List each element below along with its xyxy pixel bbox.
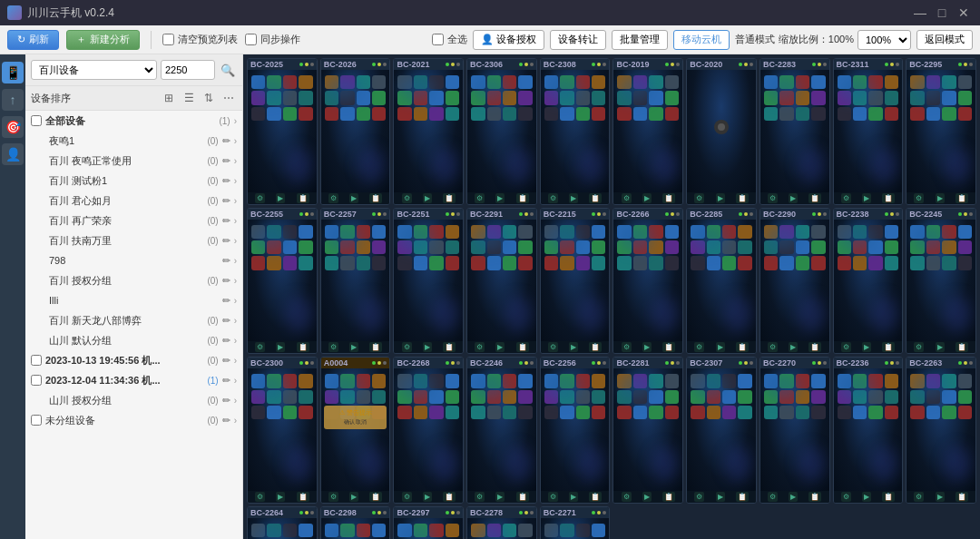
device-cell-BC-2255[interactable]: BC-2255 ⚙ ▶ 📋 xyxy=(247,208,318,355)
device-cell-BC-2026[interactable]: BC-2026 ⚙ ▶ 📋 xyxy=(320,58,391,205)
device-btn-screen[interactable]: 📋 xyxy=(662,193,675,203)
device-btn-screen[interactable]: 📋 xyxy=(882,492,895,502)
device-cell-BC-2021[interactable]: BC-2021 ⚙ ▶ 📋 xyxy=(393,58,464,205)
select-all-checkbox[interactable] xyxy=(432,34,444,45)
device-btn-start[interactable]: ▶ xyxy=(495,193,505,203)
device-cell-BC-2263[interactable]: BC-2263 ⚙ ▶ 📋 xyxy=(906,357,976,504)
tree-item-g8[interactable]: 百川 授权分组 (0) ✏ › xyxy=(25,270,242,290)
device-cell-BC-2270[interactable]: BC-2270 ⚙ ▶ 📋 xyxy=(760,357,830,504)
tree-arrow-g12[interactable]: › xyxy=(234,356,237,366)
device-btn-start[interactable]: ▶ xyxy=(495,342,505,352)
device-btn-screen[interactable]: 📋 xyxy=(443,193,456,203)
tree-arrow-g3[interactable]: › xyxy=(234,176,237,186)
device-cell-BC-2236[interactable]: BC-2236 ⚙ ▶ 📋 xyxy=(833,357,904,504)
device-btn-screen[interactable]: 📋 xyxy=(297,193,309,203)
tree-arrow-g4[interactable]: › xyxy=(234,196,237,206)
device-btn-settings[interactable]: ⚙ xyxy=(402,492,412,502)
sidebar-icon-phone[interactable]: 📱 xyxy=(2,62,24,83)
tree-arrow-g14[interactable]: › xyxy=(234,396,237,406)
sync-op-check[interactable]: 同步操作 xyxy=(245,33,300,46)
device-group-select[interactable]: 百川设备 xyxy=(31,60,157,80)
device-btn-start[interactable]: ▶ xyxy=(789,342,798,352)
tree-edit-g2[interactable]: ✏ xyxy=(222,155,230,167)
device-btn-settings[interactable]: ⚙ xyxy=(841,193,851,203)
tree-edit-g6[interactable]: ✏ xyxy=(222,235,230,247)
tree-arrow-g2[interactable]: › xyxy=(234,156,237,166)
device-cell-BC-2271[interactable]: BC-2271 ⚙ ▶ 📋 xyxy=(540,506,611,539)
device-btn-screen[interactable]: 📋 xyxy=(882,342,895,352)
tree-edit-g15[interactable]: ✏ xyxy=(222,415,230,426)
device-btn-screen[interactable]: 📋 xyxy=(589,492,602,502)
device-search-button[interactable]: 🔍 xyxy=(219,61,237,79)
device-btn-start[interactable]: ▶ xyxy=(423,342,432,352)
device-cell-BC-2266[interactable]: BC-2266 ⚙ ▶ 📋 xyxy=(612,208,683,355)
tree-edit-g3[interactable]: ✏ xyxy=(222,175,230,187)
device-btn-screen[interactable]: 📋 xyxy=(956,193,968,203)
device-cell-BC-2295[interactable]: BC-2295 ⚙ ▶ 📋 xyxy=(906,58,976,205)
device-btn-start[interactable]: ▶ xyxy=(716,342,725,352)
device-btn-settings[interactable]: ⚙ xyxy=(548,492,558,502)
zoom-select[interactable]: 100% 75% 125% xyxy=(858,30,911,50)
tree-edit-g8[interactable]: ✏ xyxy=(222,275,230,287)
device-btn-settings[interactable]: ⚙ xyxy=(328,342,338,352)
tree-item-g12[interactable]: 2023-10-13 19:45:56 机... (0) ✏ › xyxy=(25,350,242,370)
tree-edit-g14[interactable]: ✏ xyxy=(222,395,230,407)
device-btn-start[interactable]: ▶ xyxy=(789,193,798,203)
device-id-input[interactable] xyxy=(161,60,215,80)
device-btn-start[interactable]: ▶ xyxy=(276,193,285,203)
device-btn-screen[interactable]: 📋 xyxy=(516,492,529,502)
device-btn-settings[interactable]: ⚙ xyxy=(694,492,704,502)
device-btn-screen[interactable]: 📋 xyxy=(736,193,749,203)
device-btn-settings[interactable]: ⚙ xyxy=(841,492,851,502)
device-btn-screen[interactable]: 📋 xyxy=(589,193,602,203)
tree-item-g13[interactable]: 2023-12-04 11:34:36 机... (1) ✏ › xyxy=(25,370,242,390)
device-cell-BC-2215[interactable]: BC-2215 ⚙ ▶ 📋 xyxy=(540,208,611,355)
device-cell-BC-2283[interactable]: BC-2283 ⚙ ▶ 📋 xyxy=(760,58,830,205)
device-btn-settings[interactable]: ⚙ xyxy=(255,342,265,352)
list-view-button[interactable]: ☰ xyxy=(181,90,197,106)
device-btn-start[interactable]: ▶ xyxy=(569,193,578,203)
device-btn-start[interactable]: ▶ xyxy=(862,492,871,502)
tree-arrow-g5[interactable]: › xyxy=(234,216,237,226)
device-btn-screen[interactable]: 📋 xyxy=(297,342,309,352)
device-btn-settings[interactable]: ⚙ xyxy=(694,193,704,203)
device-btn-settings[interactable]: ⚙ xyxy=(622,193,632,203)
tree-arrow-all[interactable]: › xyxy=(234,116,237,126)
device-btn-start[interactable]: ▶ xyxy=(349,342,358,352)
tree-edit-g1[interactable]: ✏ xyxy=(222,135,230,147)
tree-arrow-g13[interactable]: › xyxy=(234,376,237,386)
tree-checkbox-g13[interactable] xyxy=(31,375,42,386)
device-cell-BC-2264[interactable]: BC-2264 ⚙ ▶ 📋 xyxy=(247,506,318,539)
device-btn-screen[interactable]: 📋 xyxy=(882,193,895,203)
device-cell-BC-2020[interactable]: BC-2020 ⚙ ▶ 📋 xyxy=(686,58,757,205)
device-cell-BC-2025[interactable]: BC-2025 ⚙ ▶ 📋 xyxy=(247,58,318,205)
device-btn-start[interactable]: ▶ xyxy=(862,193,871,203)
tree-checkbox-g15[interactable] xyxy=(31,415,42,426)
tree-edit-g7[interactable]: ✏ xyxy=(222,255,230,267)
device-btn-settings[interactable]: ⚙ xyxy=(402,193,412,203)
device-btn-settings[interactable]: ⚙ xyxy=(622,492,632,502)
device-btn-screen[interactable]: 📋 xyxy=(516,342,529,352)
device-btn-settings[interactable]: ⚙ xyxy=(841,342,851,352)
tree-item-g2[interactable]: 百川 夜鸣正常使用 (0) ✏ › xyxy=(25,151,242,171)
device-cell-BC-2019[interactable]: BC-2019 ⚙ ▶ 📋 xyxy=(612,58,683,205)
tree-edit-g10[interactable]: ✏ xyxy=(222,315,230,327)
back-mode-button[interactable]: 返回模式 xyxy=(916,30,973,50)
tree-item-g1[interactable]: 夜鸣1 (0) ✏ › xyxy=(25,131,242,151)
tree-arrow-g9[interactable]: › xyxy=(234,296,237,306)
quantity-mgmt-button[interactable]: 批量管理 xyxy=(612,30,668,50)
tree-item-g14[interactable]: 山川 授权分组 (0) ✏ › xyxy=(25,390,242,410)
tree-arrow-g7[interactable]: › xyxy=(234,256,237,266)
tree-item-g9[interactable]: Illi ✏ › xyxy=(25,290,242,310)
device-btn-screen[interactable]: 📋 xyxy=(956,492,968,502)
device-btn-settings[interactable]: ⚙ xyxy=(768,193,778,203)
device-cell-BC-2245[interactable]: BC-2245 ⚙ ▶ 📋 xyxy=(906,208,976,355)
device-btn-screen[interactable]: 📋 xyxy=(956,342,968,352)
device-btn-settings[interactable]: ⚙ xyxy=(475,342,485,352)
device-btn-screen[interactable]: 📋 xyxy=(736,342,749,352)
tree-edit-g13[interactable]: ✏ xyxy=(222,375,230,387)
device-btn-settings[interactable]: ⚙ xyxy=(768,492,778,502)
new-analysis-button[interactable]: ＋ 新建分析 xyxy=(66,30,140,50)
tree-edit-g11[interactable]: ✏ xyxy=(222,335,230,347)
device-cell-BC-2297[interactable]: BC-2297 ⚙ ▶ 📋 xyxy=(393,506,464,539)
